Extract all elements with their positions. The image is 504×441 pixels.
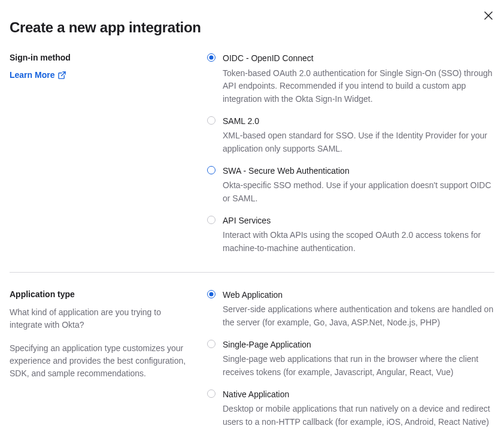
option-api[interactable]: API Services Interact with Okta APIs usi… xyxy=(207,215,494,255)
option-body: API Services Interact with Okta APIs usi… xyxy=(223,215,494,255)
page-title: Create a new app integration xyxy=(10,19,494,36)
option-body: Web Application Server-side applications… xyxy=(223,289,494,330)
option-body: SWA - Secure Web Authentication Okta-spe… xyxy=(223,165,494,206)
radio-wrap xyxy=(207,339,215,379)
option-spa-title: Single-Page Application xyxy=(223,339,494,351)
signin-method-label: Sign-in method xyxy=(10,53,193,62)
signin-method-left: Sign-in method Learn More xyxy=(10,53,207,255)
application-type-desc1: What kind of application are you trying … xyxy=(10,306,193,331)
radio-wrap xyxy=(207,116,215,156)
option-saml-desc: XML-based open standard for SSO. Use if … xyxy=(223,129,494,155)
radio-swa[interactable] xyxy=(207,166,215,174)
application-type-section: Application type What kind of applicatio… xyxy=(10,289,494,441)
option-oidc-title: OIDC - OpenID Connect xyxy=(223,53,494,65)
option-api-title: API Services xyxy=(223,215,494,227)
option-web-application[interactable]: Web Application Server-side applications… xyxy=(207,289,494,330)
radio-wrap xyxy=(207,53,215,106)
radio-saml[interactable] xyxy=(207,116,215,125)
option-api-desc: Interact with Okta APIs using the scoped… xyxy=(223,229,494,255)
application-type-options: Web Application Server-side applications… xyxy=(207,289,494,429)
option-native-title: Native Application xyxy=(223,389,494,401)
learn-more-link[interactable]: Learn More xyxy=(10,70,66,80)
application-type-label: Application type xyxy=(10,289,193,299)
option-spa-desc: Single-page web applications that run in… xyxy=(223,353,494,379)
option-native-application[interactable]: Native Application Desktop or mobile app… xyxy=(207,389,494,429)
application-type-desc2: Specifying an application type customize… xyxy=(10,342,193,380)
option-oidc[interactable]: OIDC - OpenID Connect Token-based OAuth … xyxy=(207,53,494,106)
option-swa-desc: Okta-specific SSO method. Use if your ap… xyxy=(223,179,494,205)
radio-api[interactable] xyxy=(207,216,215,224)
radio-wrap xyxy=(207,165,215,206)
section-divider xyxy=(10,272,494,273)
radio-web[interactable] xyxy=(207,290,215,298)
option-swa-title: SWA - Secure Web Authentication xyxy=(223,165,494,177)
radio-wrap xyxy=(207,389,215,429)
option-native-desc: Desktop or mobile applications that run … xyxy=(223,403,494,428)
close-icon xyxy=(484,11,493,20)
radio-native[interactable] xyxy=(207,389,215,398)
external-link-icon xyxy=(58,71,66,79)
radio-spa[interactable] xyxy=(207,340,215,348)
option-saml[interactable]: SAML 2.0 XML-based open standard for SSO… xyxy=(207,116,494,156)
application-type-left: Application type What kind of applicatio… xyxy=(10,289,207,429)
radio-wrap xyxy=(207,215,215,255)
close-button[interactable] xyxy=(481,8,496,23)
option-web-title: Web Application xyxy=(223,289,494,301)
radio-oidc[interactable] xyxy=(207,53,215,62)
signin-method-options: OIDC - OpenID Connect Token-based OAuth … xyxy=(207,53,494,255)
signin-method-section: Sign-in method Learn More OIDC - OpenID … xyxy=(10,53,494,272)
option-body: Single-Page Application Single-page web … xyxy=(223,339,494,379)
learn-more-text: Learn More xyxy=(10,70,54,80)
create-app-integration-modal: Create a new app integration Sign-in met… xyxy=(0,0,504,441)
radio-wrap xyxy=(207,289,215,330)
option-single-page-application[interactable]: Single-Page Application Single-page web … xyxy=(207,339,494,379)
option-swa[interactable]: SWA - Secure Web Authentication Okta-spe… xyxy=(207,165,494,206)
option-web-desc: Server-side applications where authentic… xyxy=(223,303,494,329)
option-oidc-desc: Token-based OAuth 2.0 authentication for… xyxy=(223,67,494,106)
option-body: OIDC - OpenID Connect Token-based OAuth … xyxy=(223,53,494,106)
option-saml-title: SAML 2.0 xyxy=(223,116,494,128)
option-body: Native Application Desktop or mobile app… xyxy=(223,389,494,429)
option-body: SAML 2.0 XML-based open standard for SSO… xyxy=(223,116,494,156)
